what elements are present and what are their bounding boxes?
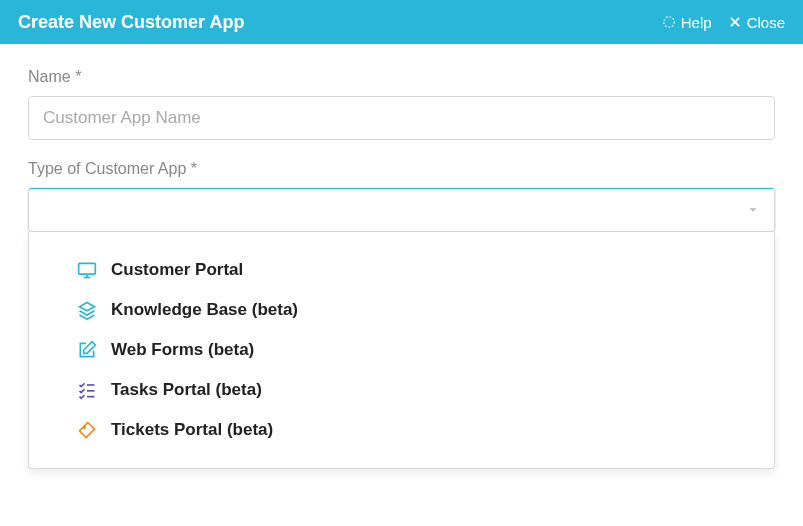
option-customer-portal[interactable]: Customer Portal (29, 250, 774, 290)
name-input[interactable] (28, 96, 775, 140)
type-dropdown: Customer Portal Knowledge Base (beta) (28, 232, 775, 469)
dialog-header: Create New Customer App Help Close (0, 0, 803, 44)
close-button[interactable]: Close (728, 14, 785, 31)
option-label: Tasks Portal (beta) (111, 380, 262, 400)
option-label: Customer Portal (111, 260, 243, 280)
option-label: Tickets Portal (beta) (111, 420, 273, 440)
ticket-icon (77, 420, 97, 440)
help-label: Help (681, 14, 712, 31)
close-label: Close (747, 14, 785, 31)
option-tickets-portal[interactable]: Tickets Portal (beta) (29, 410, 774, 450)
type-select[interactable] (28, 188, 775, 232)
option-tasks-portal[interactable]: Tasks Portal (beta) (29, 370, 774, 410)
type-select-wrap: Customer Portal Knowledge Base (beta) (28, 188, 775, 232)
svg-point-0 (664, 17, 675, 28)
monitor-icon (77, 260, 97, 280)
checklist-icon (77, 380, 97, 400)
create-customer-app-dialog: Create New Customer App Help Close (0, 0, 803, 256)
option-knowledge-base[interactable]: Knowledge Base (beta) (29, 290, 774, 330)
close-icon (728, 15, 742, 29)
header-actions: Help Close (662, 14, 785, 31)
help-icon (662, 15, 676, 29)
svg-point-10 (84, 427, 86, 429)
chevron-down-icon (746, 203, 760, 217)
type-label: Type of Customer App * (28, 160, 775, 178)
svg-rect-3 (79, 263, 96, 274)
option-label: Web Forms (beta) (111, 340, 254, 360)
option-web-forms[interactable]: Web Forms (beta) (29, 330, 774, 370)
layers-icon (77, 300, 97, 320)
dialog-body: Name * Type of Customer App * Customer P… (0, 44, 803, 256)
dialog-title: Create New Customer App (18, 12, 244, 33)
name-label: Name * (28, 68, 775, 86)
option-label: Knowledge Base (beta) (111, 300, 298, 320)
edit-icon (77, 340, 97, 360)
help-button[interactable]: Help (662, 14, 712, 31)
svg-marker-6 (80, 303, 95, 311)
